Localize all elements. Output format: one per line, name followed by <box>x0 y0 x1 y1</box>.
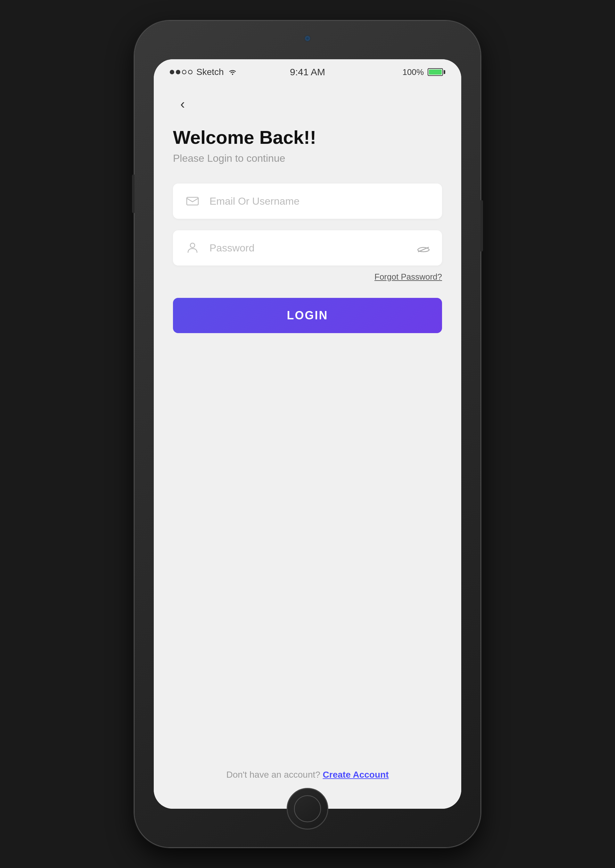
wifi-icon <box>228 68 237 76</box>
bottom-section: Don't have an account? Create Account <box>173 770 442 790</box>
svg-point-0 <box>232 74 233 75</box>
svg-rect-1 <box>187 197 198 205</box>
login-form: Forgot Password? LOGIN <box>173 184 442 333</box>
status-app-name: Sketch <box>196 67 224 77</box>
forgot-password-section: Forgot Password? <box>173 272 442 282</box>
heading-section: Welcome Back!! Please Login to continue <box>173 126 442 164</box>
battery-percent: 100% <box>403 67 424 77</box>
toggle-password-icon[interactable] <box>417 241 431 255</box>
lock-icon <box>184 240 200 256</box>
signal-dot-3 <box>182 70 186 74</box>
signal-dot-1 <box>170 70 174 74</box>
email-icon <box>184 193 200 209</box>
login-button[interactable]: LOGIN <box>173 298 442 333</box>
signal-dot-2 <box>176 70 180 74</box>
status-left: Sketch <box>170 67 237 77</box>
device-screen: Sketch 9:41 AM 100% <box>154 59 461 809</box>
back-button[interactable]: ‹ <box>173 94 192 114</box>
password-input[interactable] <box>209 242 417 254</box>
svg-point-2 <box>190 243 195 248</box>
battery-tip <box>443 70 445 74</box>
password-input-container <box>173 230 442 265</box>
battery-body <box>428 68 443 76</box>
no-account-text: Don't have an account? Create Account <box>226 770 389 780</box>
battery-icon <box>428 68 445 76</box>
home-button[interactable] <box>287 788 328 830</box>
device-camera <box>304 35 311 42</box>
no-account-label: Don't have an account? <box>226 770 323 780</box>
signal-dots <box>170 70 192 74</box>
status-bar: Sketch 9:41 AM 100% <box>154 59 461 85</box>
screen-content: ‹ Welcome Back!! Please Login to continu… <box>154 85 461 809</box>
status-time: 9:41 AM <box>290 67 325 78</box>
device-frame: Sketch 9:41 AM 100% <box>134 21 481 847</box>
welcome-title: Welcome Back!! <box>173 126 442 148</box>
forgot-password-link[interactable]: Forgot Password? <box>375 272 442 281</box>
signal-dot-4 <box>188 70 192 74</box>
welcome-subtitle: Please Login to continue <box>173 153 442 164</box>
create-account-link[interactable]: Create Account <box>323 770 389 780</box>
back-chevron-icon: ‹ <box>180 97 185 111</box>
email-input-container <box>173 184 442 219</box>
status-right: 100% <box>403 67 446 77</box>
battery-fill <box>429 70 442 75</box>
email-input[interactable] <box>209 195 431 207</box>
